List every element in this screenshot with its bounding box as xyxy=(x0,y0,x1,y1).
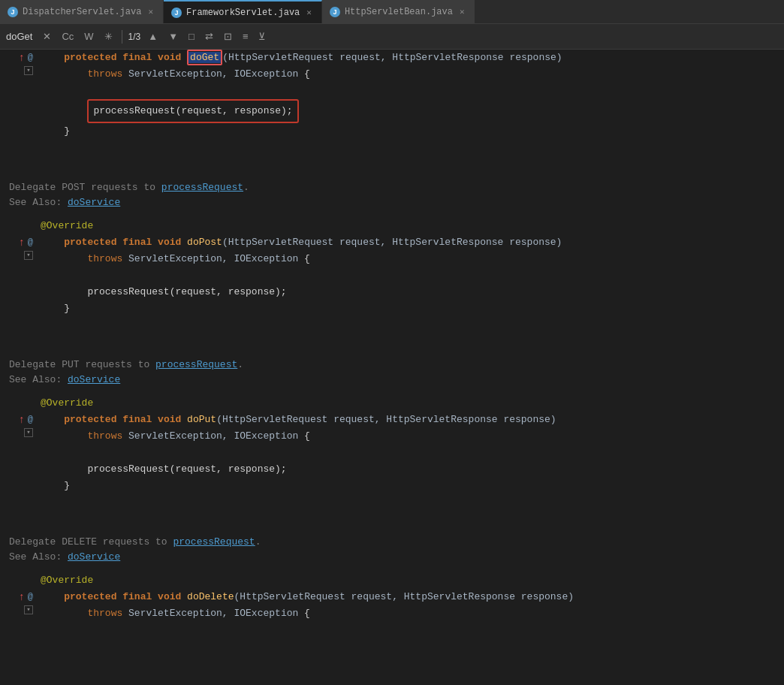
empty-3 xyxy=(0,267,784,284)
fold-icon-3[interactable]: ▾ xyxy=(24,428,33,437)
clear-search-button[interactable]: ✕ xyxy=(40,29,54,44)
javadoc2-link-2[interactable]: doService xyxy=(68,374,120,385)
code-line-dodelete-sig: ↑ @ protected final void doDelete(HttpSe… xyxy=(0,589,784,605)
tab-close-dispatcher[interactable]: ✕ xyxy=(146,6,155,17)
empty-5 xyxy=(0,333,784,350)
empty-8 xyxy=(0,511,784,527)
tab-bar: J DispatcherServlet.java ✕ J FrameworkSe… xyxy=(0,0,784,24)
line-content-2: throws ServletException, IOException { xyxy=(38,66,784,83)
javadoc-2: Delegate PUT requests to processRequest.… xyxy=(0,352,784,394)
empty-4 xyxy=(0,317,784,333)
gutter-icons-doput-sig: ↑ @ xyxy=(0,412,38,428)
gutter-icons-dopost-throws: ▾ xyxy=(0,251,38,260)
tab-label-3: HttpServletBean.java xyxy=(345,7,453,17)
nav-controls: 1/3 xyxy=(128,32,141,42)
code-area: ↑ @ protected final void doGet(HttpServl… xyxy=(0,50,784,685)
code-line-3 xyxy=(0,83,784,99)
line-annotation-dopost: @Override xyxy=(38,218,784,234)
page-count: 1/3 xyxy=(128,32,141,42)
line-content-dopost-close: } xyxy=(38,300,784,317)
javadoc-line-1: Delegate POST requests to processRequest… xyxy=(9,180,775,195)
javadoc2-line-2: See Also: doService xyxy=(9,373,775,388)
code-line-dodelete-annotation: @Override xyxy=(0,572,784,589)
line-content-dopost-sig: protected final void doPost(HttpServletR… xyxy=(38,234,784,251)
fold-icon-1[interactable]: ▾ xyxy=(24,66,33,75)
java-icon: J xyxy=(8,7,18,17)
wrap-button[interactable]: ⇄ xyxy=(202,29,216,44)
javadoc3-link-2[interactable]: doService xyxy=(68,551,120,563)
arrow-icon-1: ↑ xyxy=(18,53,24,63)
empty-1 xyxy=(0,140,784,156)
regex-button[interactable]: ✳ xyxy=(101,29,116,44)
line-annotation-dodelete: @Override xyxy=(38,572,784,589)
fold-icon-2[interactable]: ▾ xyxy=(24,251,33,260)
match-case-button[interactable]: Cc xyxy=(59,29,77,44)
javadoc2-link-1[interactable]: processRequest xyxy=(155,359,237,370)
code-line-dopost-sig: ↑ @ protected final void doPost(HttpServ… xyxy=(0,234,784,251)
prev-match-button[interactable]: ▲ xyxy=(145,29,161,44)
editor[interactable]: ↑ @ protected final void doGet(HttpServl… xyxy=(0,50,784,685)
javadoc-3: Delegate DELETE requests to processReque… xyxy=(0,529,784,571)
line-content-doput-sig: protected final void doPut(HttpServletRe… xyxy=(38,412,784,428)
code-line-dopost-throws: ▾ throws ServletException, IOException { xyxy=(0,251,784,267)
line-content-dopost-throws: throws ServletException, IOException { xyxy=(38,251,784,267)
fold-icon-4[interactable]: ▾ xyxy=(24,605,33,614)
javadoc3-link-1[interactable]: processRequest xyxy=(173,536,255,548)
tab-httpservlet[interactable]: J HttpServletBean.java ✕ xyxy=(322,0,475,23)
toolbar: doGet ✕ Cc W ✳ 1/3 ▲ ▼ □ ⇄ ⊡ ≡ ⊻ xyxy=(0,24,784,50)
line-content-5: } xyxy=(38,123,784,140)
code-line-doput-body: processRequest(request, response); xyxy=(0,461,784,478)
line-content-doput-throws: throws ServletException, IOException { xyxy=(38,428,784,445)
javadoc-link-2[interactable]: doService xyxy=(68,197,120,208)
line-content-4: processRequest(request, response); xyxy=(38,99,784,123)
arrow-icon-2: ↑ xyxy=(18,237,24,248)
code-line-1: ↑ @ protected final void doGet(HttpServl… xyxy=(0,50,784,66)
code-line-dopost-close: } xyxy=(0,300,784,317)
code-line-dopost-annotation: @Override xyxy=(0,218,784,234)
gutter-icons-doput-throws: ▾ xyxy=(0,428,38,437)
arrow-icon-4: ↑ xyxy=(18,592,24,602)
line-content-doput-body: processRequest(request, response); xyxy=(38,461,784,478)
arrow-icon-3: ↑ xyxy=(18,415,24,425)
code-line-4: processRequest(request, response); xyxy=(0,99,784,123)
filter-button[interactable]: ⊡ xyxy=(221,29,235,44)
empty-2 xyxy=(0,156,784,173)
javadoc-link-1[interactable]: processRequest xyxy=(161,182,243,193)
line-content-1: protected final void doGet(HttpServletRe… xyxy=(38,50,784,66)
next-match-button[interactable]: ▼ xyxy=(165,29,181,44)
gutter-icons-dodelete-sig: ↑ @ xyxy=(0,589,38,605)
javadoc-1: Delegate POST requests to processRequest… xyxy=(0,174,784,216)
line-content-dodelete-throws: throws ServletException, IOException { xyxy=(38,605,784,622)
code-line-doput-annotation: @Override xyxy=(0,395,784,412)
line-annotation-doput: @Override xyxy=(38,395,784,412)
javadoc3-line-2: See Also: doService xyxy=(9,550,775,565)
javadoc-line-2: See Also: doService xyxy=(9,195,775,210)
java-icon-2: J xyxy=(171,8,182,18)
line-content-doput-close: } xyxy=(38,478,784,494)
tab-dispatcher[interactable]: J DispatcherServlet.java ✕ xyxy=(0,0,164,23)
code-line-doput-sig: ↑ @ protected final void doPut(HttpServl… xyxy=(0,412,784,428)
tab-label-2: FrameworkServlet.java xyxy=(186,8,300,18)
separator-1 xyxy=(122,30,122,44)
tab-framework[interactable]: J FrameworkServlet.java ✕ xyxy=(164,0,322,23)
javadoc3-line-1: Delegate DELETE requests to processReque… xyxy=(9,535,775,550)
expand-button[interactable]: □ xyxy=(185,29,198,44)
search-term-label: doGet xyxy=(6,31,32,42)
code-line-dodelete-throws: ▾ throws ServletException, IOException { xyxy=(0,605,784,622)
funnel-button[interactable]: ⊻ xyxy=(255,29,269,44)
line-content-3 xyxy=(38,83,784,99)
align-button[interactable]: ≡ xyxy=(240,29,252,44)
gutter-icons-1: ↑ @ xyxy=(0,50,38,66)
line-content-dopost-body: processRequest(request, response); xyxy=(38,284,784,300)
java-icon-3: J xyxy=(330,7,340,17)
code-line-doput-throws: ▾ throws ServletException, IOException { xyxy=(0,428,784,445)
gutter-icons-dopost-sig: ↑ @ xyxy=(0,234,38,251)
tab-label: DispatcherServlet.java xyxy=(23,7,141,17)
gutter-icons-2: ▾ xyxy=(0,66,38,75)
javadoc2-line-1: Delegate PUT requests to processRequest. xyxy=(9,358,775,373)
whole-word-button[interactable]: W xyxy=(81,29,96,44)
gutter-icons-dodelete-throws: ▾ xyxy=(0,605,38,614)
tab-close-framework[interactable]: ✕ xyxy=(304,7,314,18)
empty-7 xyxy=(0,494,784,511)
tab-close-httpservlet[interactable]: ✕ xyxy=(457,6,467,17)
